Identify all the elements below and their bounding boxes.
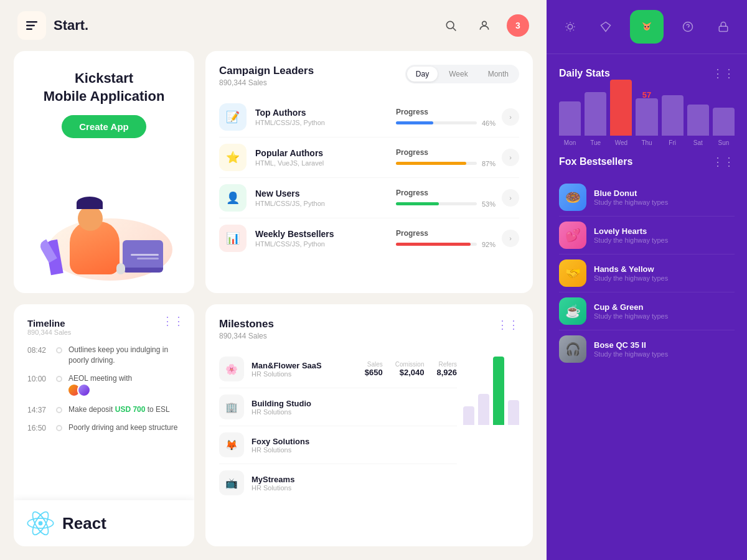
sidebar-icon-bulb[interactable] — [559, 16, 581, 38]
timeline-dot — [56, 347, 62, 353]
row-tags: HTML/CSS/JS, Python — [255, 240, 396, 248]
bestseller-name: Bose QC 35 II — [594, 340, 735, 350]
hero-illustration — [35, 194, 172, 281]
bestseller-sub: Study the highway types — [594, 236, 735, 244]
timeline-item: 10:00 AEOL meeting with — [27, 373, 181, 398]
row-chevron[interactable]: › — [502, 230, 519, 247]
svg-point-5 — [482, 21, 487, 26]
milestone-icon: 📺 — [219, 470, 244, 495]
progress-fill — [396, 243, 471, 246]
row-icon: ⭐ — [219, 144, 247, 171]
campaign-row: 📝 Top Authors HTML/CSS/JS, Python Progre… — [219, 97, 519, 138]
timeline-avatars — [71, 383, 132, 397]
bestseller-thumb: 🤝 — [559, 259, 586, 287]
svg-point-17 — [646, 28, 648, 29]
bestseller-name: Lovely Hearts — [594, 226, 735, 236]
milestone-row: 🏢 Building Studio HR Solutions — [219, 388, 457, 426]
svg-point-14 — [644, 24, 650, 30]
bestseller-info: Bose QC 35 II Study the highway types — [594, 340, 735, 358]
progress-fill — [396, 162, 466, 165]
row-tags: HTML, VueJS, Laravel — [255, 159, 396, 167]
row-chevron[interactable]: › — [502, 108, 519, 126]
row-info: Weekly Bestsellers HTML/CSS/JS, Python — [255, 229, 396, 248]
tab-week[interactable]: Week — [440, 67, 476, 82]
sidebar: Daily Stats ⋮⋮ 57 Mon Tue Wed Thu Fri Sa… — [547, 0, 747, 560]
stat-sales: Sales $650 — [365, 361, 383, 377]
bestseller-list: 🍩 Blue Donut Study the highway types 💕 L… — [559, 179, 735, 368]
sidebar-icon-question[interactable] — [677, 16, 699, 38]
row-name: Popular Authors — [255, 148, 396, 158]
timeline-time: 14:37 — [27, 406, 50, 414]
timeline-time: 16:50 — [27, 424, 50, 432]
bestseller-item: ☕ Cup & Green Study the highway types — [559, 292, 735, 330]
bestseller-sub: Study the highway types — [594, 274, 735, 282]
svg-rect-2 — [26, 29, 32, 30]
milestones-card: Milestones 890,344 Sales ⋮⋮ 🌸 Man&Flower… — [205, 304, 533, 546]
svg-rect-1 — [26, 25, 35, 27]
milestone-row: 📺 MyStreams HR Solutions — [219, 464, 457, 502]
svg-point-16 — [647, 26, 649, 27]
bestseller-info: Cup & Green Study the highway types — [594, 302, 735, 320]
milestone-row: 🦊 Foxy Solutions HR Solutions — [219, 426, 457, 464]
campaign-row: 👤 New Users HTML/CSS/JS, Python Progress… — [219, 178, 519, 218]
timeline-subtitle: 890,344 Sales — [27, 329, 181, 336]
chart-bar-1 — [463, 406, 474, 425]
bestseller-name: Blue Donut — [594, 189, 735, 198]
fox-bestsellers-section: Fox Bestsellers ⋮⋮ 🍩 Blue Donut Study th… — [547, 155, 747, 560]
bestseller-thumb: 🍩 — [559, 184, 586, 211]
create-app-button[interactable]: Create App — [62, 115, 146, 138]
progress-label: Progress — [396, 229, 496, 238]
bar-column: Sun — [713, 108, 735, 146]
bestseller-sub: Study the highway types — [594, 312, 735, 320]
user-icon[interactable] — [473, 14, 496, 37]
avatar-2 — [77, 383, 91, 397]
row-chevron[interactable]: › — [502, 189, 519, 207]
bestseller-info: Blue Donut Study the highway types — [594, 189, 735, 206]
row-progress: Progress 46% — [396, 108, 496, 127]
milestone-name: MyStreams — [251, 475, 457, 484]
tab-month[interactable]: Month — [479, 67, 517, 82]
sidebar-icon-lock[interactable] — [712, 16, 735, 38]
milestones-subtitle: 890,344 Sales — [219, 332, 274, 340]
row-chevron[interactable]: › — [502, 149, 519, 166]
milestone-row: 🌸 Man&Flower SaaS HR Solutions Sales $65… — [219, 350, 457, 388]
tab-day[interactable]: Day — [407, 67, 438, 82]
bar-column: Mon — [559, 101, 581, 146]
bestseller-item: 💕 Lovely Hearts Study the highway types — [559, 217, 735, 254]
progress-fill — [396, 121, 433, 124]
bestseller-thumb: 🎧 — [559, 335, 586, 363]
row-info: Top Authors HTML/CSS/JS, Python — [255, 108, 396, 126]
daily-stats-chart: 57 Mon Tue Wed Thu Fri Sat Sun — [559, 90, 735, 146]
daily-stats-dots: ⋮⋮ — [712, 67, 735, 80]
timeline-item: 08:42 Outlines keep you indulging in poo… — [27, 345, 181, 366]
bestseller-info: Hands & Yellow Study the highway types — [594, 264, 735, 282]
notification-badge[interactable]: 3 — [507, 14, 529, 37]
timeline-item: 16:50 Poorly driving and keep structure — [27, 422, 181, 433]
kickstart-title: Kickstart Mobile Application — [44, 70, 165, 105]
fox-bestsellers-title: Fox Bestsellers — [559, 156, 632, 167]
search-icon[interactable] — [439, 14, 462, 37]
svg-rect-20 — [719, 26, 728, 31]
bar-day-label: Sat — [693, 139, 703, 146]
chart-bar-3 — [493, 357, 504, 425]
row-name: New Users — [255, 189, 396, 198]
milestone-name: Man&Flower SaaS — [251, 361, 365, 370]
bar-day-label: Wed — [615, 139, 627, 146]
row-tags: HTML/CSS/JS, Python — [255, 119, 396, 126]
progress-fill — [396, 202, 439, 205]
bar-column: Sat — [687, 105, 709, 146]
progress-label: Progress — [396, 148, 496, 157]
sidebar-icon-diamond[interactable] — [594, 16, 617, 38]
timeline-dots: ⋮⋮ — [162, 314, 184, 328]
row-progress: Progress 53% — [396, 189, 496, 208]
sidebar-icon-fox-active[interactable] — [630, 10, 664, 44]
stat-commission: Comission $2,040 — [395, 361, 425, 377]
milestones-content: 🌸 Man&Flower SaaS HR Solutions Sales $65… — [219, 350, 519, 502]
progress-pct: 46% — [482, 119, 496, 127]
row-name: Weekly Bestsellers — [255, 229, 396, 239]
bestseller-name: Cup & Green — [594, 302, 735, 312]
milestone-icon: 🏢 — [219, 394, 244, 419]
bestseller-sub: Study the highway types — [594, 350, 735, 358]
timeline-dot — [56, 425, 62, 431]
kickstart-card: Kickstart Mobile Application Create App — [14, 51, 194, 293]
